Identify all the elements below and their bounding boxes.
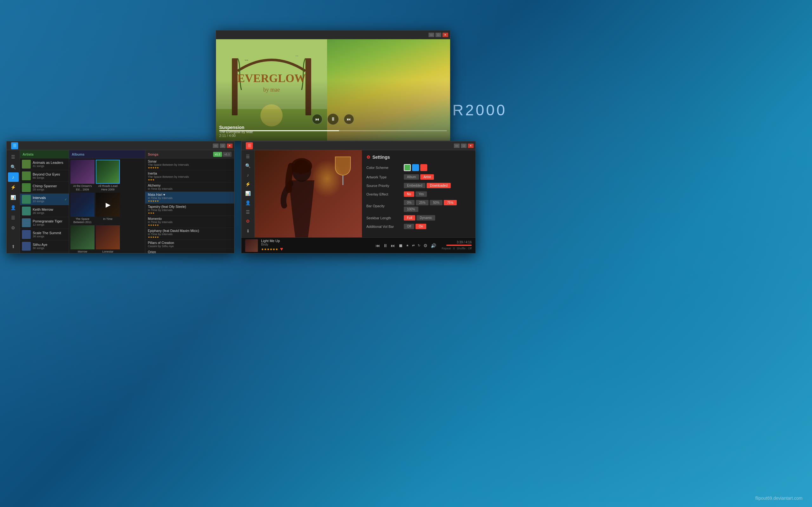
footer-rate-btn[interactable]: ★ bbox=[405, 243, 409, 248]
version-tab-1[interactable]: v1.2 bbox=[213, 152, 222, 157]
artist-item[interactable]: Chimp Spanner28 songs bbox=[20, 182, 69, 193]
progress-track[interactable] bbox=[219, 130, 447, 131]
color-red[interactable] bbox=[420, 164, 427, 171]
maximize-button[interactable]: □ bbox=[436, 33, 441, 37]
color-green[interactable] bbox=[404, 164, 411, 171]
footer-stop-btn[interactable]: ⏹ bbox=[398, 242, 403, 249]
footer-prev-btn[interactable]: ⏮ bbox=[375, 242, 380, 249]
album-item[interactable]: All Roads Lead Here 2009 bbox=[96, 160, 120, 191]
np-track-album: The Everglow by Mae bbox=[219, 130, 253, 134]
settings-sidebar-tools[interactable]: ⚙ bbox=[243, 217, 253, 226]
minimize-button[interactable]: — bbox=[428, 33, 434, 37]
settings-close-button[interactable]: ✕ bbox=[468, 144, 473, 148]
footer-settings-btn[interactable]: ⚙ bbox=[423, 242, 428, 249]
song-item[interactable]: SonarThe Space Between by Intervals★★★★★ bbox=[145, 158, 234, 170]
sidebar-list-btn[interactable]: ☰ bbox=[8, 213, 19, 222]
footer-next-btn[interactable]: ⏭ bbox=[390, 242, 396, 249]
sidebar-search-btn[interactable]: 🔍 bbox=[8, 162, 19, 172]
source-priority-row: Source Priority Embedded Downloaded bbox=[366, 183, 471, 188]
song-name: Tapestry (feat Olly Steele) bbox=[148, 205, 232, 209]
album-item[interactable]: At the Dream's Ed... 2009 bbox=[70, 160, 95, 191]
footer-vol-icon[interactable]: 🔊 bbox=[430, 242, 437, 249]
artist-item[interactable]: Animals as Leaders31 songs bbox=[20, 158, 69, 170]
song-item[interactable]: Mata Hari ♥In Time by Intervals★★★★★ bbox=[145, 192, 234, 204]
footer-vol-bar[interactable] bbox=[446, 245, 472, 246]
artists-list: Animals as Leaders31 songsBeyond Our Eye… bbox=[20, 158, 69, 253]
sidebar-menu-btn[interactable]: ☰ bbox=[8, 152, 19, 162]
album-item[interactable]: Morrow bbox=[70, 225, 95, 253]
album-item[interactable]: Lonestar Transcend 2009 bbox=[96, 225, 120, 253]
opacity-75-btn[interactable]: 75% bbox=[444, 200, 456, 205]
song-stars: ★★★ bbox=[148, 178, 232, 181]
footer-thumb bbox=[245, 239, 258, 252]
artist-item[interactable]: Intervals10 songs✓ bbox=[20, 193, 69, 205]
sidebar-eq-btn[interactable]: ⚡ bbox=[8, 182, 19, 192]
lib-columns: Artists Animals as Leaders31 songsBeyond… bbox=[20, 150, 235, 253]
opacity-25-btn[interactable]: 25% bbox=[416, 200, 428, 205]
settings-sidebar-search[interactable]: 🔍 bbox=[243, 161, 253, 170]
song-item[interactable]: Pillars of CreationCassini by Sithu Aye bbox=[145, 240, 234, 249]
hamburger-icon[interactable]: ☰ bbox=[11, 142, 18, 149]
opacity-50-btn[interactable]: 50% bbox=[430, 200, 443, 205]
settings-hamburger-icon[interactable]: ☰ bbox=[246, 142, 253, 149]
settings-sidebar-menu[interactable]: ☰ bbox=[243, 152, 253, 161]
settings-sidebar-list[interactable]: ☰ bbox=[243, 208, 253, 216]
song-item[interactable]: Tapestry (feat Olly Steele)In Time by In… bbox=[145, 204, 234, 216]
settings-minimize-button[interactable]: — bbox=[454, 144, 460, 148]
artist-count: 30 songs bbox=[33, 246, 67, 250]
settings-sidebar-chart[interactable]: 📊 bbox=[243, 189, 253, 198]
footer-shuffle-btn[interactable]: ⇄ bbox=[411, 243, 415, 248]
lib-minimize-button[interactable]: — bbox=[213, 144, 218, 148]
sidebar-music-btn[interactable]: ♪ bbox=[8, 172, 19, 182]
artist-item[interactable]: Sithu Aye30 songs bbox=[20, 240, 69, 252]
opacity-100-btn[interactable]: 100% bbox=[404, 207, 418, 212]
color-blue[interactable] bbox=[412, 164, 419, 171]
artist-item[interactable]: Pomegranate Tiger12 songs bbox=[20, 217, 69, 229]
seekbar-full-btn[interactable]: Full bbox=[404, 215, 415, 221]
sidebar-chart-btn[interactable]: 📊 bbox=[8, 193, 19, 202]
lib-maximize-button[interactable]: □ bbox=[220, 144, 225, 148]
sidebar-up-btn[interactable]: ⬆ bbox=[8, 242, 19, 251]
lib-close-button[interactable]: ✕ bbox=[227, 144, 233, 148]
vol-bar-off-btn[interactable]: Off bbox=[404, 224, 414, 229]
seekbar-dynamic-btn[interactable]: Dynamic bbox=[416, 215, 435, 221]
overlay-yes-btn[interactable]: Yes bbox=[415, 191, 427, 197]
nowplaying-artwork: EVERGLOW by mae ~~ ~~ ~~ ⏮ ⏸ ⏭ bbox=[216, 39, 450, 141]
sidebar-tools-btn[interactable]: ⚙ bbox=[8, 223, 19, 233]
next-button[interactable]: ⏭ bbox=[344, 114, 354, 124]
artist-item[interactable]: Beyond Our Eyes56 songs bbox=[20, 170, 69, 182]
artist-item[interactable]: Keith Merrow26 songs bbox=[20, 205, 69, 217]
artist-item[interactable]: Scale The Summit38 songs bbox=[20, 229, 69, 240]
settings-sidebar-music[interactable]: ♪ bbox=[243, 170, 253, 179]
close-button[interactable]: ✕ bbox=[443, 33, 448, 37]
footer-repeat-btn[interactable]: ↻ bbox=[417, 243, 421, 248]
song-item[interactable]: InertiaThe Space Between by Intervals★★★ bbox=[145, 170, 234, 182]
sidebar-user-btn[interactable]: 👤 bbox=[8, 203, 19, 212]
settings-sidebar-user[interactable]: 👤 bbox=[243, 199, 253, 207]
footer-pause-btn[interactable]: ⏸ bbox=[383, 242, 388, 249]
settings-title: ⚙ Settings bbox=[366, 155, 471, 160]
song-item[interactable]: AlchemyIn Time by Intervals bbox=[145, 182, 234, 192]
artist-item[interactable]: Soul Cycle10 songs bbox=[20, 252, 69, 253]
song-item[interactable]: Epiphany (feat David Maxim Micic)In Time… bbox=[145, 228, 234, 240]
prev-button[interactable]: ⏮ bbox=[312, 114, 322, 124]
overlay-no-btn[interactable]: No bbox=[404, 191, 414, 197]
song-item[interactable]: MomentoIn Time by Intervals★★★★★ bbox=[145, 216, 234, 228]
opacity-0-btn[interactable]: 0% bbox=[404, 200, 415, 205]
album-item[interactable]: ▶In Time bbox=[96, 193, 120, 224]
settings-sidebar-eq[interactable]: ⚡ bbox=[243, 180, 253, 188]
artist-count: 56 songs bbox=[33, 176, 67, 179]
source-downloaded-btn[interactable]: Downloaded bbox=[426, 183, 451, 188]
version-tab-2[interactable]: v1.1 bbox=[223, 152, 232, 157]
settings-titlebar: ☰ — □ ✕ bbox=[241, 141, 475, 150]
settings-sidebar-down[interactable]: ⬇ bbox=[243, 227, 253, 235]
pause-button[interactable]: ⏸ bbox=[327, 113, 339, 125]
artwork-artist-btn[interactable]: Artist bbox=[420, 174, 434, 180]
artwork-album-btn[interactable]: Album bbox=[404, 174, 419, 180]
album-item[interactable]: The Space Between 2011 bbox=[70, 193, 95, 224]
vol-bar-on-btn[interactable]: On bbox=[415, 224, 426, 229]
source-embedded-btn[interactable]: Embedded bbox=[404, 183, 425, 188]
vol-bar-label: Additional Vol Bar bbox=[366, 225, 401, 228]
settings-maximize-button[interactable]: □ bbox=[461, 144, 467, 148]
song-item[interactable]: OrionCassini by Sithu Aye★★★ bbox=[145, 249, 234, 253]
